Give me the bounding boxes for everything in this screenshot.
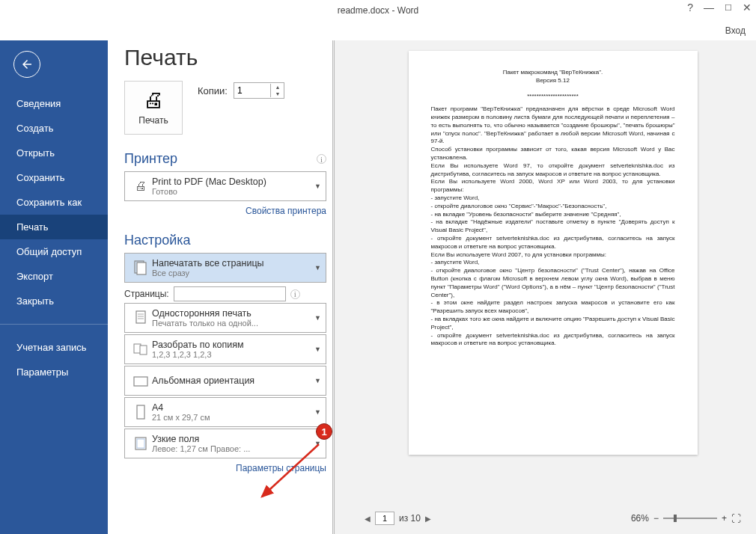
option-sublabel: Левое: 1,27 см Правое: ... [152,444,311,453]
chevron-down-icon: ▼ [311,377,321,384]
printer-properties-link[interactable]: Свойства принтера [124,206,326,216]
a4-icon [129,403,152,421]
printer-selector[interactable]: 🖨 Print to PDF (Mac Desktop) Готово ▼ [124,171,326,201]
nav-item-5[interactable]: Печать [0,215,108,239]
sidebar: СведенияСоздатьОткрытьСохранитьСохранить… [0,40,108,534]
nav-item-4[interactable]: Сохранить как [0,190,108,215]
main: Печать 🖨 Печать Копии: ▲ ▼ [108,40,756,534]
option-sublabel: Все сразу [152,268,311,277]
setting-option-3[interactable]: Альбомная ориентация▼ [124,366,326,396]
copies-label: Копии: [198,85,228,96]
preview-page: Пакет макрокоманд "ВерТеКнижка".Версия 5… [409,51,698,455]
printer-info-icon[interactable]: i [317,154,326,164]
help-button[interactable]: ? [687,1,693,13]
pages-all-icon [129,259,152,277]
zoom-controls: 66% − + ⛶ [631,513,741,524]
printer-heading: Принтер [124,151,177,167]
next-page-button[interactable]: ▶ [425,515,431,523]
copies-down[interactable]: ▼ [271,90,284,97]
app-window: readme.docx - Word ? — ☐ ✕ Вход Сведения… [0,0,756,534]
preview-scroll[interactable]: Пакет макрокоманд "ВерТеКнижка".Версия 5… [354,46,752,507]
option-sublabel: Печатать только на одной... [152,319,311,328]
option-title: Односторонняя печать [152,308,311,319]
printer-icon: 🖨 [143,90,164,111]
one-side-icon [129,309,152,327]
pages-label: Страницы: [124,289,169,299]
chevron-down-icon: ▼ [311,264,321,271]
chevron-down-icon: ▼ [311,346,321,353]
svg-rect-9 [137,405,144,419]
nav-item-6[interactable]: Общий доступ [0,239,108,264]
nav-item-3[interactable]: Сохранить [0,165,108,190]
signin-link[interactable]: Вход [725,25,746,36]
fit-page-button[interactable]: ⛶ [731,513,741,524]
setting-option-0[interactable]: Напечатать все страницыВсе сразу▼ [124,253,326,283]
chevron-down-icon: ▼ [311,314,321,322]
option-sublabel: 1,2,3 1,2,3 1,2,3 [152,350,311,359]
prev-page-button[interactable]: ◀ [365,515,371,523]
window-title: readme.docx - Word [338,5,419,16]
print-button-label: Печать [138,115,168,126]
collate-icon [129,340,152,358]
zoom-in-button[interactable]: + [722,513,727,524]
svg-rect-8 [134,377,147,386]
svg-rect-7 [140,346,147,355]
back-button[interactable] [13,51,40,78]
nav-item-1[interactable]: Создать [0,116,108,141]
option-title: Узкие поля [152,434,311,444]
svg-rect-2 [136,311,145,323]
chevron-down-icon: ▼ [311,182,321,190]
titlebar: readme.docx - Word ? — ☐ ✕ [0,0,756,21]
option-title: Альбомная ориентация [152,375,311,386]
pages-input[interactable] [174,286,286,301]
margins-icon [129,435,152,452]
window-controls: ? — ☐ ✕ [687,1,752,13]
minimize-button[interactable]: — [704,1,714,13]
setting-option-2[interactable]: Разобрать по копиям1,2,3 1,2,3 1,2,3▼ [124,334,326,364]
copies-input[interactable] [234,83,270,98]
page-title: Печать [124,45,326,70]
zoom-out-button[interactable]: − [653,513,659,524]
printer-name: Print to PDF (Mac Desktop) [152,177,311,187]
option-title: Разобрать по копиям [152,340,311,350]
second-row: Вход [0,21,756,40]
setting-option-1[interactable]: Односторонняя печатьПечатать только на о… [124,303,326,333]
nav-item-2[interactable]: Открыть [0,141,108,165]
option-title: A4 [152,402,311,413]
copies-spinner[interactable]: ▲ ▼ [234,82,284,99]
svg-rect-1 [137,263,146,274]
preview-pane: Пакет макрокоманд "ВерТеКнижка".Версия 5… [332,40,756,534]
pager: ◀ из 10 ▶ [365,512,431,525]
back-arrow-icon [20,58,34,71]
option-title: Напечатать все страницы [152,258,311,268]
print-button[interactable]: 🖨 Печать [124,81,183,135]
copies-up[interactable]: ▲ [271,84,284,90]
nav-item-8[interactable]: Закрыть [0,289,108,313]
chevron-down-icon: ▼ [311,440,321,447]
landscape-icon [129,372,152,390]
printer-status: Готово [152,187,311,196]
settings-heading: Настройка [124,233,191,248]
setting-option-4[interactable]: A421 см x 29,7 см▼ [124,397,326,427]
maximize-button[interactable]: ☐ [725,3,732,13]
page-number-input[interactable] [375,512,394,525]
close-button[interactable]: ✕ [743,1,752,13]
page-total: из 10 [399,513,421,524]
option-sublabel: 21 см x 29,7 см [152,413,311,422]
nav-item-0[interactable]: Сведения [0,91,108,116]
nav-item-7[interactable]: Экспорт [0,264,108,289]
setting-option-5[interactable]: Узкие поляЛевое: 1,27 см Правое: ...▼ [124,429,326,458]
chevron-down-icon: ▼ [311,408,321,416]
printer-device-icon: 🖨 [129,179,152,193]
page-setup-link[interactable]: Параметры страницы [124,463,326,473]
nav-separator [0,324,108,325]
nav-footer-item-0[interactable]: Учетная запись [0,335,108,360]
zoom-slider[interactable] [663,518,717,519]
print-pane: Печать 🖨 Печать Копии: ▲ ▼ [108,40,332,534]
nav-footer-item-1[interactable]: Параметры [0,360,108,384]
pages-info-icon[interactable]: i [290,289,300,299]
zoom-percent: 66% [631,513,649,524]
body: СведенияСоздатьОткрытьСохранитьСохранить… [0,40,756,534]
preview-footer: ◀ из 10 ▶ 66% − + ⛶ [354,507,752,530]
